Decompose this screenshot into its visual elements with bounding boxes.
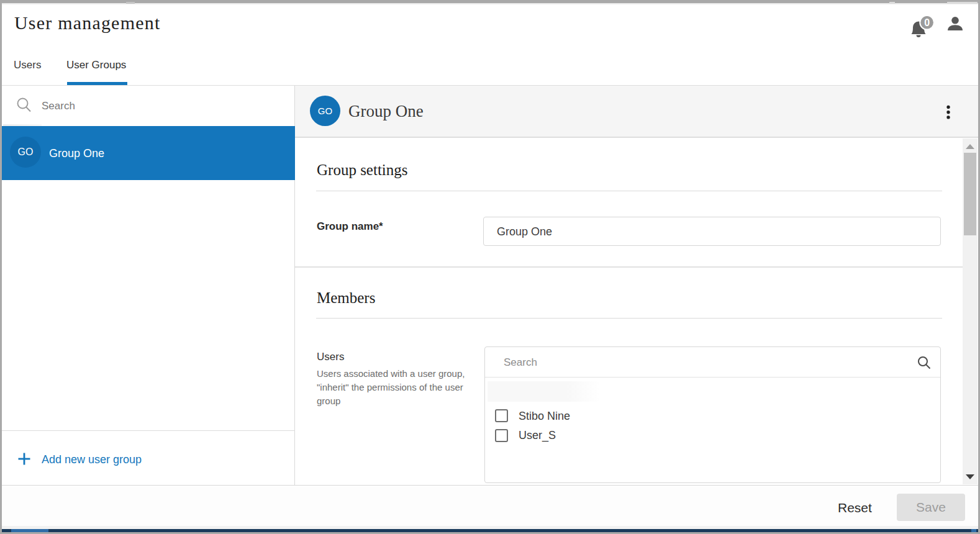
svg-text:0: 0 (924, 17, 930, 28)
